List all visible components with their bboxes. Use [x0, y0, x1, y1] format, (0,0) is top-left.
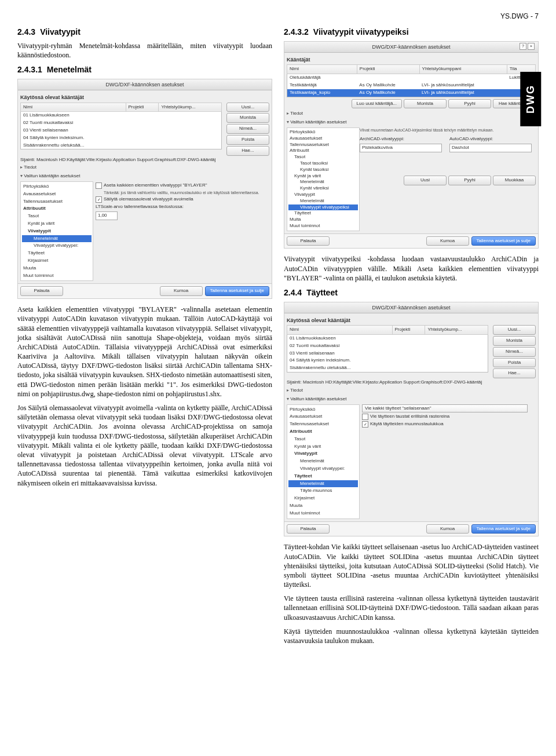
edit-button[interactable]: Muokkaa [493, 176, 536, 185]
restore-button[interactable]: Palauta [287, 524, 330, 534]
preserve-checkbox[interactable]: Säilytä olemassaolevat viivatyypit avoim… [96, 196, 269, 203]
cancel-button[interactable]: Kumoa [160, 286, 203, 296]
tree-item[interactable]: Muut toiminnot [288, 223, 358, 229]
sidebar-item[interactable]: Piirtoyksikkö [22, 183, 92, 191]
close-icon[interactable]: × [528, 43, 535, 50]
translators-table[interactable]: NimiProjektiYhteistyökumppaniTila Oletus… [287, 64, 536, 97]
table-row[interactable]: 01 Lisämuokkaukseen [21, 112, 126, 119]
sidebar-item[interactable]: Muuta [288, 502, 358, 510]
table-row[interactable]: 02 Tuonti muokattavaksi [287, 342, 393, 350]
sidebar-item[interactable]: Tallennusasetukset [22, 198, 92, 206]
table-row[interactable]: 04 Säilytä kynien indeksinum. [287, 357, 393, 364]
delete-button[interactable]: Poista [493, 358, 536, 368]
table-cell[interactable]: Testikääntäjä [287, 82, 357, 89]
sidebar-item[interactable]: Kynät ja värit [22, 220, 92, 228]
disclosure-settings[interactable]: Valitun kääntäjän asetukset [287, 396, 536, 403]
fills-conversion-table-checkbox[interactable]: Käytä täytteiden muunnostaulukkoa [362, 421, 536, 428]
sidebar-item-selected[interactable]: Menetelmät [288, 480, 358, 488]
save-close-button[interactable]: Tallenna asetukset ja sulje [471, 524, 536, 534]
save-close-button[interactable]: Tallenna asetukset ja sulje [471, 236, 536, 246]
new-translator-button[interactable]: Luo uusi kääntäjä... [352, 99, 402, 109]
disclosure-settings[interactable]: Valitun kääntäjän asetukset [287, 119, 536, 126]
table-row[interactable]: Sisäänrakennettu oletuksää... [21, 142, 126, 149]
cancel-button[interactable]: Kumoa [426, 524, 469, 534]
disclosure-tiedot[interactable]: Tiedot [287, 110, 536, 118]
sidebar-item[interactable]: Tasot [22, 213, 92, 220]
table-cell[interactable]: Oletuskääntäjä [287, 74, 357, 82]
tree-item[interactable]: Attribuutit [288, 148, 358, 154]
fills-export-dropdown[interactable]: Vie kaikki täytteet "sellaisenaan" [362, 404, 528, 413]
disclosure-settings[interactable]: Valitun kääntäjän asetukset [20, 173, 269, 180]
sidebar-item-selected[interactable]: Menetelmät [22, 235, 92, 243]
sidebar-item[interactable]: Menetelmät [288, 458, 358, 465]
sidebar-item[interactable]: Piirtoyksikkö [288, 406, 358, 414]
sidebar-item[interactable]: Avausasetukset [288, 413, 358, 421]
tree-item[interactable]: Tasot tasoiksi [288, 160, 358, 167]
new-button[interactable]: Uusi... [226, 103, 269, 112]
find-button[interactable]: Hae... [226, 146, 269, 156]
sidebar-item[interactable]: Muuta [22, 265, 92, 272]
sidebar-item[interactable]: Viivatyypit [288, 450, 358, 458]
restore-button[interactable]: Palauta [20, 286, 63, 296]
tree-item[interactable]: Piirtoyksikkö [288, 129, 358, 136]
table-row[interactable]: 04 Säilytä kynien indeksinum. [21, 134, 126, 142]
disclosure-tiedot[interactable]: Tiedot [20, 164, 269, 171]
sidebar-item[interactable]: Kynät ja värit [288, 443, 358, 451]
sidebar-item[interactable]: Tallennusasetukset [288, 421, 358, 428]
sidebar-item[interactable]: Täyte-muunnos [288, 487, 358, 495]
archicad-linetype-input[interactable]: Pistekatkoviiva [360, 144, 442, 152]
sidebar-item[interactable]: Muut toiminnot [22, 272, 92, 280]
sidebar-item[interactable]: Viivatyypit viivatyypei: [22, 242, 92, 250]
tree-item[interactable]: Kynät ja värit [288, 173, 358, 180]
sidebar-item[interactable]: Tasot [288, 436, 358, 443]
sidebar-item[interactable]: Muut toiminnot [288, 510, 358, 517]
tree-item[interactable]: Viivatyypit [288, 192, 358, 198]
new-button[interactable]: Uusi... [493, 325, 536, 335]
find-button[interactable]: Hae... [493, 368, 536, 378]
tree-item[interactable]: Muita [288, 217, 358, 223]
rename-button[interactable]: Nimeä... [493, 347, 536, 357]
duplicate-button[interactable]: Monista [404, 99, 447, 109]
sidebar-item[interactable]: Attribuutit [288, 428, 358, 436]
tree-item[interactable]: Tallennusasetukset [288, 142, 358, 148]
sidebar-item[interactable]: Täytteet [288, 473, 358, 480]
tree-item[interactable]: Kynät tasoiksi [288, 167, 358, 173]
table-row[interactable]: Sisäänrakennettu oletuksää... [287, 364, 393, 372]
sidebar-item[interactable]: Kirjasimet [22, 257, 92, 265]
duplicate-button[interactable]: Monista [226, 113, 269, 123]
tree-item-selected[interactable]: Viivatyypit viivatyypeiksi [288, 204, 358, 211]
save-close-button[interactable]: Tallenna asetukset ja sulje [205, 286, 269, 296]
help-icon[interactable]: ? [520, 43, 526, 50]
translators-table[interactable]: NimiProjektiYhteistyökump... 01 Lisämuok… [287, 325, 488, 372]
sidebar-item[interactable]: Avausasetukset [22, 191, 92, 198]
sidebar-item[interactable]: Viivatyypit [22, 228, 92, 235]
autocad-linetype-input[interactable]: Dashdot [449, 144, 532, 152]
erase-button[interactable]: Pyyhi [448, 176, 491, 185]
fills-bg-raster-checkbox[interactable]: Vie täytteen taustat erillisinä rasterei… [362, 414, 536, 420]
rename-button[interactable]: Nimeä... [226, 124, 269, 134]
table-row[interactable]: 03 Vienti sellaisenaan [21, 127, 126, 134]
table-row[interactable]: 02 Tuonti muokattavaksi [21, 119, 126, 127]
settings-sidebar[interactable]: Piirtoyksikkö Avausasetukset Tallennusas… [287, 404, 360, 519]
translators-table[interactable]: NimiProjektiYhteistyökump... 01 Lisämuok… [20, 103, 222, 150]
sidebar-item[interactable]: Kirjasimet [288, 495, 358, 502]
sidebar-item[interactable]: Attribuutit [22, 205, 92, 213]
tree-item[interactable]: Menetelmät [288, 198, 358, 204]
tree-item[interactable]: Avausasetukset [288, 136, 358, 142]
table-row[interactable]: 03 Vienti sellaisenaan [287, 350, 393, 357]
cancel-button[interactable]: Kumoa [426, 236, 469, 246]
erase-button[interactable]: Pyyhi [448, 99, 491, 109]
tree-item[interactable]: Tasot [288, 154, 358, 160]
restore-button[interactable]: Palauta [287, 236, 330, 246]
new-button[interactable]: Uusi [404, 176, 447, 185]
ltscale-input[interactable]: 1,00 [96, 211, 118, 220]
settings-tree[interactable]: Piirtoyksikkö Avausasetukset Tallennusas… [287, 127, 360, 231]
sidebar-item[interactable]: Viivatyypit viivatyypei: [288, 465, 358, 473]
tree-item[interactable]: Täytteet [288, 210, 358, 217]
table-cell[interactable]: Testikaantaja_kopio [287, 89, 357, 97]
bylayer-checkbox[interactable]: Aseta kaikkien elementtien viivatyyppi "… [96, 182, 269, 189]
sidebar-item[interactable]: Täytteet [22, 250, 92, 257]
settings-sidebar[interactable]: Piirtoyksikkö Avausasetukset Tallennusas… [20, 181, 93, 281]
disclosure-tiedot[interactable]: Tiedot [287, 387, 536, 395]
duplicate-button[interactable]: Monista [493, 336, 536, 346]
